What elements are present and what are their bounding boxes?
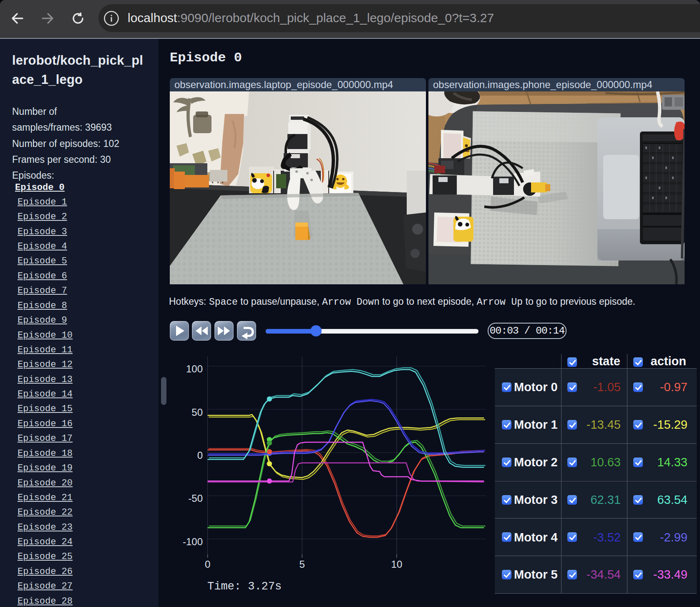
svg-text:-50: -50 [188,493,203,504]
svg-text:100: 100 [186,363,203,374]
svg-text:0: 0 [205,559,210,570]
svg-text:50: 50 [191,407,203,418]
svg-text:10: 10 [391,559,403,570]
svg-text:5: 5 [300,559,305,570]
svg-text:-100: -100 [183,536,203,547]
svg-text:0: 0 [197,450,203,461]
